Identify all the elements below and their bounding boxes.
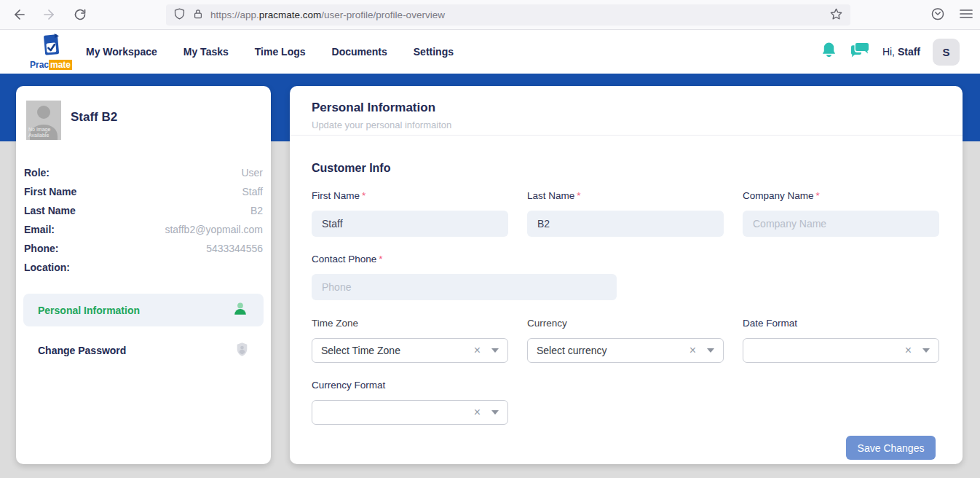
detail-row-first-name: First Name Staff [24, 182, 263, 201]
main-nav: My Workspace My Tasks Time Logs Document… [86, 30, 454, 74]
chevron-down-icon[interactable] [922, 348, 930, 353]
first-name-input[interactable] [312, 211, 508, 237]
person-icon [232, 301, 248, 320]
browser-reload-icon[interactable] [73, 7, 87, 22]
pocket-icon[interactable] [930, 7, 945, 24]
bookmark-star-icon[interactable] [829, 7, 843, 23]
required-asterisk: * [816, 190, 820, 201]
required-asterisk: * [379, 254, 382, 265]
browser-forward-icon[interactable] [42, 7, 57, 22]
chevron-down-icon[interactable] [491, 348, 499, 353]
user-greeting: Hi, Staff [882, 46, 920, 58]
detail-row-phone: Phone: 5433344556 [24, 239, 263, 258]
profile-sidebar-card: No Image Available Staff B2 Role: User F… [16, 86, 271, 464]
card-title: Personal Information [312, 101, 941, 115]
clear-icon[interactable] [689, 345, 696, 356]
detail-row-location: Location: [24, 258, 263, 277]
time-zone-field-group: Time Zone Select Time Zone [312, 316, 508, 363]
detail-row-role: Role: User [24, 163, 263, 182]
shield-icon[interactable] [173, 7, 186, 23]
first-name-field-group: First Name* [312, 189, 508, 237]
no-image-caption: No Image Available [28, 127, 50, 138]
nav-item-documents[interactable]: Documents [332, 46, 387, 58]
browser-toolbar: https://app.pracmate.com/user-profile/pr… [0, 0, 980, 30]
brand-logo[interactable]: Pracmate [25, 33, 77, 69]
currency-format-label: Currency Format [312, 380, 385, 391]
contact-phone-label: Contact Phone* [312, 254, 383, 265]
nav-item-my-tasks[interactable]: My Tasks [183, 46, 229, 58]
chevron-down-icon[interactable] [491, 410, 499, 415]
sidebar-item-change-password[interactable]: Change Password [23, 335, 264, 366]
profile-details-list: Role: User First Name Staff Last Name B2… [24, 163, 263, 277]
menu-hamburger-icon[interactable] [960, 8, 973, 23]
required-asterisk: * [577, 190, 580, 201]
nav-item-time-logs[interactable]: Time Logs [255, 46, 306, 58]
card-header: Personal Information Update your persona… [290, 86, 963, 136]
currency-format-field-group: Currency Format [312, 378, 508, 425]
last-name-label: Last Name* [527, 190, 581, 201]
user-avatar[interactable]: S [933, 39, 960, 66]
last-name-field-group: Last Name* [527, 189, 724, 237]
shield-person-icon [236, 342, 248, 360]
messages-chat-icon[interactable] [850, 42, 870, 62]
url-path: /user-profile/profile-overview [321, 9, 445, 20]
contact-phone-field-group: Contact Phone* [312, 252, 617, 300]
app-navbar: Pracmate My Workspace My Tasks Time Logs… [0, 30, 980, 74]
detail-row-last-name: Last Name B2 [24, 201, 263, 220]
save-changes-button[interactable]: Save Changes [846, 436, 936, 460]
browser-back-icon[interactable] [12, 7, 26, 22]
section-title-customer-info: Customer Info [312, 162, 390, 175]
url-domain: pracmate.com [259, 9, 322, 20]
nav-item-settings[interactable]: Settings [414, 46, 454, 58]
first-name-label: First Name* [312, 190, 365, 201]
card-subtitle: Update your personal informaiton [312, 120, 941, 130]
time-zone-select[interactable]: Select Time Zone [312, 338, 508, 363]
last-name-input[interactable] [527, 211, 724, 237]
brand-clipboard-icon [39, 33, 63, 59]
company-name-label: Company Name* [743, 190, 820, 201]
contact-phone-input[interactable] [312, 274, 617, 300]
date-format-label: Date Format [743, 318, 797, 329]
url-bar[interactable]: https://app.pracmate.com/user-profile/pr… [166, 4, 850, 26]
company-name-field-group: Company Name* [743, 189, 939, 237]
date-format-field-group: Date Format [743, 316, 939, 363]
notifications-bell-icon[interactable] [821, 42, 837, 63]
required-asterisk: * [362, 190, 365, 201]
brand-name: Pracmate [25, 60, 77, 69]
chevron-down-icon[interactable] [707, 348, 714, 353]
time-zone-label: Time Zone [312, 318, 358, 329]
clear-icon[interactable] [905, 345, 912, 356]
currency-format-select[interactable] [312, 400, 508, 425]
company-name-input[interactable] [743, 211, 939, 237]
date-format-select[interactable] [743, 338, 939, 363]
url-scheme: https://app. [210, 9, 259, 20]
clear-icon[interactable] [474, 345, 481, 356]
currency-select[interactable]: Select currency [527, 338, 724, 363]
currency-label: Currency [527, 318, 567, 329]
personal-information-card: Personal Information Update your persona… [290, 86, 963, 464]
profile-name: Staff B2 [71, 110, 117, 125]
sidebar-item-personal-information[interactable]: Personal Information [23, 294, 264, 326]
nav-item-my-workspace[interactable]: My Workspace [86, 46, 157, 58]
detail-row-email: Email: staffb2@yopmail.com [24, 220, 263, 239]
currency-field-group: Currency Select currency [527, 316, 724, 363]
lock-icon[interactable] [192, 7, 204, 23]
clear-icon[interactable] [474, 407, 481, 418]
profile-avatar-placeholder: No Image Available [26, 101, 61, 140]
